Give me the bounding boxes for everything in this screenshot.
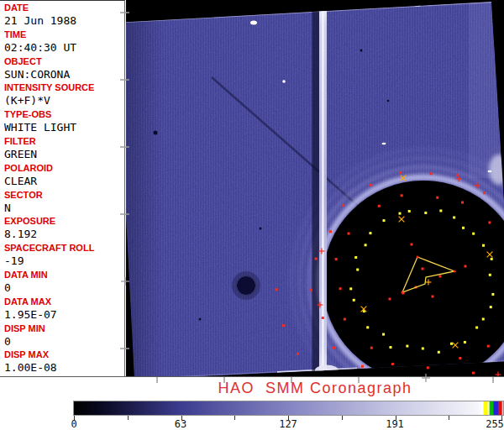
field-value: 1.95E-07 — [4, 307, 124, 322]
red-ring-marker — [459, 357, 461, 359]
yellow-ring-marker — [475, 327, 478, 329]
yellow-ring-marker — [462, 227, 465, 229]
red-scatter-marker — [389, 298, 391, 301]
disk-glow — [291, 149, 504, 413]
field-value: N — [4, 201, 124, 215]
metadata-field: OBJECTSUN:CORONA — [4, 56, 124, 83]
yellow-ring-marker — [354, 256, 357, 259]
colorbar-label: 0 — [71, 418, 76, 430]
occulting-disk — [323, 181, 504, 382]
field-label: FILTER — [4, 136, 124, 147]
yellow-ring-marker — [383, 219, 386, 222]
red-ring-marker — [370, 184, 372, 186]
red-ring-marker — [329, 230, 332, 233]
metadata-field: TIME02:40:30 UT — [4, 29, 124, 56]
metadata-field: EXPOSURE8.192 — [4, 216, 124, 243]
metadata-field: DATE21 Jun 1988 — [4, 3, 124, 29]
yellow-ring-marker — [472, 233, 475, 235]
red-ring-marker — [429, 172, 432, 175]
smm-coronagraph-viewer: DATE21 Jun 1988TIME02:40:30 UTOBJECTSUN:… — [0, 0, 504, 430]
metadata-field: SPACECRAFT ROLL-19 — [4, 243, 124, 270]
field-label: TYPE-OBS — [4, 109, 124, 120]
field-label: EXPOSURE — [4, 216, 124, 227]
red-ring-marker — [488, 221, 491, 223]
image-title: HAO SMM Coronagraph — [126, 380, 504, 397]
field-value: WHITE LIGHT — [4, 120, 124, 134]
field-value: (K+F)*V — [4, 93, 124, 108]
x-marker — [401, 176, 407, 181]
polygon-vertex-dot — [454, 270, 456, 273]
yellow-ring-marker — [450, 343, 453, 345]
white-spot — [382, 143, 386, 144]
white-spot — [250, 21, 257, 25]
red-ring-marker — [342, 204, 344, 207]
yellow-ring-marker — [398, 212, 401, 215]
red-ring-marker — [333, 347, 335, 349]
field-value: 0 — [4, 334, 124, 349]
polygon-vertex-dot — [402, 291, 404, 294]
red-ring-marker — [456, 174, 459, 176]
viewer-background — [126, 0, 504, 376]
field-label: POLAROID — [4, 163, 124, 174]
field-label: DATA MAX — [4, 296, 124, 307]
white-spot — [494, 3, 502, 6]
yellow-ring-marker — [489, 274, 491, 276]
field-label: OBJECT — [4, 56, 124, 67]
field-value: 8.192 — [4, 227, 124, 241]
dark-spot — [260, 228, 262, 230]
red-ring-marker — [399, 171, 402, 174]
colorbar-label: 63 — [175, 418, 186, 430]
yellow-ring-marker — [438, 351, 440, 354]
metadata-field: DATA MAX1.95E-07 — [4, 296, 124, 323]
yellow-ring-marker — [366, 326, 369, 328]
red-scatter-marker — [465, 265, 467, 268]
photo-layer — [116, 0, 504, 413]
red-ring-marker — [348, 233, 350, 235]
colorbar-label: 255 — [486, 418, 504, 430]
colorbar-label: 127 — [279, 418, 297, 430]
white-spot — [414, 4, 421, 7]
yellow-ring-marker — [464, 341, 466, 343]
yellow-ring-marker — [353, 299, 355, 302]
field-value: GREEN — [4, 147, 124, 161]
red-ring-marker — [335, 258, 338, 260]
field-value: CLEAR — [4, 174, 124, 188]
red-scatter-marker — [415, 286, 417, 289]
red-ring-marker — [297, 353, 299, 355]
red-ring-marker — [401, 194, 403, 197]
yellow-ring-marker — [389, 346, 391, 349]
red-scatter-marker — [432, 296, 434, 298]
colorbar-tick — [128, 416, 129, 420]
x-marker — [453, 343, 459, 349]
red-ring-marker — [322, 317, 324, 319]
metadata-field: FILTERGREEN — [4, 136, 124, 163]
red-ring-marker — [315, 258, 318, 260]
dark-spot — [360, 50, 363, 52]
dark-spot — [387, 100, 390, 102]
red-ring-marker — [370, 347, 373, 349]
yellow-ring-marker — [382, 333, 385, 336]
field-label: DATE — [4, 3, 124, 13]
field-label: INTENSITY SOURCE — [4, 82, 124, 93]
metadata-panel: DATE21 Jun 1988TIME02:40:30 UTOBJECTSUN:… — [0, 0, 125, 376]
field-value: SUN:CORONA — [4, 67, 124, 81]
x-marker — [487, 252, 493, 258]
field-value: 21 Jun 1988 — [4, 13, 124, 28]
colorbar-tick — [234, 416, 235, 420]
yellow-ring-marker — [369, 232, 371, 234]
yellow-ring-marker — [424, 212, 427, 214]
metadata-field: DATA MIN0 — [4, 270, 124, 296]
yellow-ring-marker — [491, 293, 494, 296]
yellow-ring-marker — [453, 216, 455, 218]
yellow-ring-marker — [349, 287, 352, 290]
field-value: -19 — [4, 254, 124, 268]
colorbar-label: 191 — [386, 418, 404, 430]
yellow-ring-marker — [406, 345, 408, 348]
pylon — [319, 2, 327, 376]
marker-overlay — [276, 171, 501, 377]
red-ring-marker — [487, 345, 490, 348]
yellow-ring-marker — [482, 244, 485, 247]
red-ring-marker — [436, 197, 438, 199]
x-marker — [361, 307, 367, 312]
field-value: 1.00E-08 — [4, 360, 124, 375]
